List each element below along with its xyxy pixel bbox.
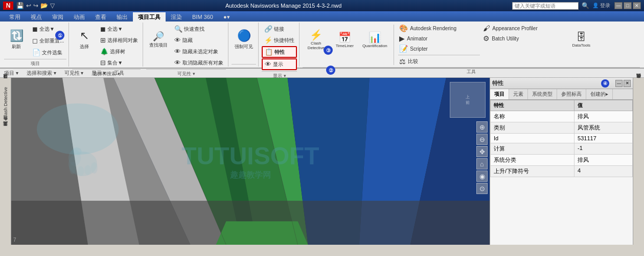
sidebar-item-saved-views[interactable]: 保存的视点 xyxy=(634,80,643,84)
btn-clash-detective[interactable]: ⚡ ClashDetective xyxy=(303,24,329,55)
save-icon[interactable]: 💾 xyxy=(16,2,24,9)
btn-data-tools[interactable]: 🗄 DataTools xyxy=(567,24,595,55)
btn-quick-props[interactable]: ⚡ 快捷特性 xyxy=(262,35,297,46)
selectall2-icon: ◼ xyxy=(100,25,106,33)
zoom-out-button[interactable]: ⊖ xyxy=(476,134,488,145)
ruler-visibility[interactable]: 可见性 ▾ xyxy=(64,70,84,77)
tab-view[interactable]: 查看 xyxy=(90,12,111,22)
btn-file-selection[interactable]: 📄 文件选集 xyxy=(30,47,66,58)
btn-quick-find[interactable]: 🔍 快速查找 xyxy=(172,24,226,34)
btn-select-tree[interactable]: 🌲 选择树 xyxy=(98,46,141,57)
nav-cube[interactable]: 上 前 xyxy=(450,82,486,118)
btn-properties[interactable]: 📋 特性 xyxy=(262,46,297,58)
btn-scripter[interactable]: 📝 Scripter xyxy=(398,44,480,53)
properties-table: 特性 值 名称 排风 类别 风管系统 Id 531117 xyxy=(490,100,633,177)
callout-4: ④ xyxy=(601,79,609,88)
look-button[interactable]: ⊙ xyxy=(476,183,488,194)
ruler-select[interactable]: 选择和搜索 ▾ xyxy=(27,70,56,77)
svg-point-20 xyxy=(78,166,84,176)
properties-tabs: 项目 元素 系统类型 参照标高 创建的▸ xyxy=(490,89,633,100)
sidebar-item-measure[interactable]: 测量工具 xyxy=(1,127,10,132)
arrow-icon[interactable]: ▽ xyxy=(50,2,55,9)
panel-minimize-button[interactable]: — xyxy=(615,80,623,87)
section-project: 🔃 刷新 ◼ 全选▼ ◻ 全部重置... 📄 文件选集 项目 xyxy=(2,23,69,67)
section-tools: ⚡ ClashDetective 📅 TimeLiner 📊 Quantific… xyxy=(301,23,642,67)
force-vis-icon: 🔵 xyxy=(237,29,251,42)
undo-icon[interactable]: ↩ xyxy=(26,2,31,9)
tab-render[interactable]: 渲染 xyxy=(166,12,187,22)
btn-hide-unselected[interactable]: 👁 隐藏未选定对象 xyxy=(172,46,226,57)
sidebar-item-project-tree[interactable]: 项目目录 xyxy=(1,80,10,84)
tab-element[interactable]: 元素 xyxy=(509,89,528,99)
section-force-label xyxy=(232,64,256,66)
btn-reset-all[interactable]: ◻ 全部重置... xyxy=(30,35,66,46)
table-row: 上升/下降符号 4 xyxy=(491,166,633,177)
panel-close-button[interactable]: ✕ xyxy=(624,80,631,87)
select-icon: ↖ xyxy=(80,29,89,42)
sidebar-item-clash[interactable]: Clash Detective xyxy=(2,85,9,121)
btn-unhide-all[interactable]: 👁 取消隐藏所有对象 xyxy=(172,57,226,68)
tab-viewpoint[interactable]: 视点 xyxy=(26,12,47,22)
pan-button[interactable]: ✥ xyxy=(476,146,488,157)
section-visibility-label: 可见性 ▾ xyxy=(146,69,226,77)
quick-props-icon: ⚡ xyxy=(264,36,272,44)
btn-batch-utility[interactable]: ⚙ Batch Utility xyxy=(482,34,564,43)
tab-review[interactable]: 审阅 xyxy=(47,12,68,22)
tab-extra[interactable]: ●▾ xyxy=(218,12,235,22)
tab-home[interactable]: 常用 xyxy=(4,12,26,22)
ruler-tools[interactable]: 工具 xyxy=(114,70,124,77)
unhide-icon: 👁 xyxy=(174,59,181,67)
reset-icon: ◻ xyxy=(32,37,38,45)
btn-select-same[interactable]: ⊞ 选择相同对象 xyxy=(98,35,141,46)
maximize-button[interactable]: □ xyxy=(624,2,632,9)
tab-ref-level[interactable]: 参照标高 xyxy=(557,89,586,99)
home-button[interactable]: ⌂ xyxy=(476,158,488,169)
search-icon[interactable]: 🔍 xyxy=(582,2,589,9)
btn-autodesk-rendering[interactable]: 🎨 Autodesk Rendering xyxy=(398,24,480,33)
properties-panel: 特性 ④ — ✕ 项目 元素 系统类型 参照标高 创建的▸ 特性 值 xyxy=(490,78,633,245)
quickfind-icon: 🔍 xyxy=(174,25,182,33)
tab-animation[interactable]: 动画 xyxy=(68,12,90,22)
btn-appearance-profiler[interactable]: 🖌 Appearance Profiler xyxy=(482,24,564,33)
open-icon[interactable]: 📂 xyxy=(40,2,48,9)
appearance-section: 🖌 Appearance Profiler ⚙ Batch Utility xyxy=(482,24,564,43)
minimize-button[interactable]: — xyxy=(614,2,623,9)
btn-quantification[interactable]: 📊 Quantification xyxy=(360,24,389,55)
tab-system-type[interactable]: 系统类型 xyxy=(528,89,557,99)
btn-select[interactable]: ↖ 选择 xyxy=(72,24,97,55)
tab-bim360[interactable]: BIM 360 xyxy=(187,12,218,22)
btn-collection[interactable]: ⊟ 集合▼ xyxy=(98,57,141,68)
zoom-in-button[interactable]: ⊕ xyxy=(476,121,488,133)
tab-project-tools[interactable]: 项目工具 xyxy=(133,12,166,22)
col-property: 特性 xyxy=(491,100,574,111)
selectall-icon: ◼ xyxy=(32,25,38,33)
tab-item[interactable]: 项目 xyxy=(490,89,509,99)
btn-animator[interactable]: ▶ Animator xyxy=(398,34,480,43)
btn-timeliner[interactable]: 📅 TimeLiner xyxy=(331,24,358,55)
file-icon: 📄 xyxy=(32,49,40,56)
section-properties: 🔗 链接 ⚡ 快捷特性 📋 特性 👁 显示 显示 ▾ xyxy=(260,23,300,67)
btn-select-all2[interactable]: ◼ 全选▼ xyxy=(98,24,141,34)
close-button[interactable]: ✕ xyxy=(633,2,641,9)
tab-created[interactable]: 创建的▸ xyxy=(586,89,613,99)
btn-find-items[interactable]: 🔎 查找项目 xyxy=(146,24,171,55)
btn-hide[interactable]: 👁 隐藏 xyxy=(172,35,226,46)
user-icon: 👤 登录 xyxy=(592,2,610,9)
btn-select-all[interactable]: ◼ 全选▼ xyxy=(30,24,66,34)
table-row: 计算 -1 xyxy=(491,143,633,155)
orbit-button[interactable]: ◉ xyxy=(476,170,488,182)
ruler-display[interactable]: 显示 ▾ xyxy=(91,70,106,77)
btn-refresh[interactable]: 🔃 刷新 xyxy=(4,24,29,55)
props-icon: 📋 xyxy=(265,48,273,56)
btn-compare[interactable]: ⚖ 比较 xyxy=(398,57,480,66)
tab-output[interactable]: 输出 xyxy=(111,12,133,22)
redo-icon[interactable]: ↪ xyxy=(33,2,38,9)
sidebar-item-collection[interactable]: 集合 xyxy=(1,122,10,126)
clash-icon: ⚡ xyxy=(310,29,323,41)
btn-link[interactable]: 🔗 链接 xyxy=(262,24,297,34)
titlebar: N 💾 ↩ ↪ 📂 ▽ Autodesk Navisworks Manage 2… xyxy=(0,0,644,11)
btn-force-visible[interactable]: 🔵 强制可见 xyxy=(232,24,256,55)
btn-display[interactable]: 👁 显示 xyxy=(262,58,297,70)
search-input[interactable] xyxy=(512,2,579,10)
ruler-project[interactable]: 项目 ▾ xyxy=(4,70,18,77)
